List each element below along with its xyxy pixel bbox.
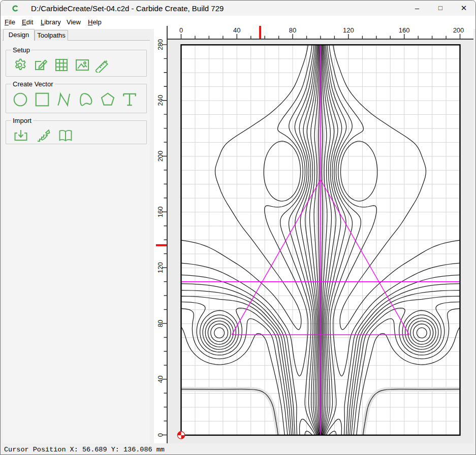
svg-text:120: 120: [156, 262, 164, 273]
svg-text:0: 0: [179, 26, 183, 34]
svg-text:160: 160: [399, 26, 410, 34]
svg-text:80: 80: [156, 320, 164, 327]
svg-text:280: 280: [156, 39, 164, 50]
svg-text:40: 40: [156, 375, 164, 382]
svg-text:0: 0: [156, 433, 164, 437]
svg-text:40: 40: [233, 26, 240, 34]
svg-text:120: 120: [343, 26, 354, 34]
svg-text:240: 240: [156, 95, 164, 106]
svg-text:200: 200: [156, 151, 164, 162]
svg-text:80: 80: [289, 26, 296, 34]
svg-text:200: 200: [453, 26, 464, 34]
svg-text:160: 160: [156, 206, 164, 217]
